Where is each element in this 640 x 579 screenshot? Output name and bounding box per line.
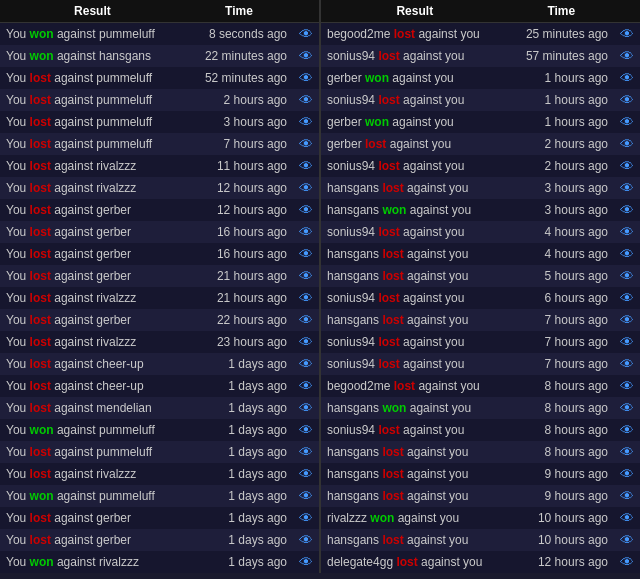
eye-icon[interactable]: 👁 [299, 268, 313, 284]
eye-cell[interactable]: 👁 [614, 265, 640, 287]
eye-icon[interactable]: 👁 [620, 488, 634, 504]
eye-icon[interactable]: 👁 [299, 532, 313, 548]
eye-cell[interactable]: 👁 [614, 551, 640, 573]
eye-icon[interactable]: 👁 [620, 444, 634, 460]
eye-cell[interactable]: 👁 [293, 67, 319, 89]
eye-cell[interactable]: 👁 [293, 375, 319, 397]
eye-icon[interactable]: 👁 [620, 422, 634, 438]
eye-cell[interactable]: 👁 [614, 111, 640, 133]
eye-cell[interactable]: 👁 [293, 199, 319, 221]
eye-cell[interactable]: 👁 [614, 529, 640, 551]
eye-cell[interactable]: 👁 [293, 221, 319, 243]
eye-cell[interactable]: 👁 [614, 375, 640, 397]
eye-icon[interactable]: 👁 [620, 334, 634, 350]
eye-cell[interactable]: 👁 [614, 287, 640, 309]
eye-cell[interactable]: 👁 [614, 331, 640, 353]
eye-icon[interactable]: 👁 [299, 48, 313, 64]
eye-icon[interactable]: 👁 [299, 356, 313, 372]
eye-icon[interactable]: 👁 [620, 532, 634, 548]
eye-cell[interactable]: 👁 [614, 463, 640, 485]
eye-icon[interactable]: 👁 [620, 92, 634, 108]
eye-cell[interactable]: 👁 [614, 89, 640, 111]
eye-cell[interactable]: 👁 [614, 155, 640, 177]
eye-cell[interactable]: 👁 [614, 243, 640, 265]
eye-icon[interactable]: 👁 [299, 290, 313, 306]
eye-icon[interactable]: 👁 [620, 48, 634, 64]
eye-icon[interactable]: 👁 [620, 356, 634, 372]
eye-icon[interactable]: 👁 [299, 202, 313, 218]
eye-icon[interactable]: 👁 [299, 26, 313, 42]
eye-icon[interactable]: 👁 [299, 554, 313, 570]
eye-icon[interactable]: 👁 [620, 70, 634, 86]
eye-icon[interactable]: 👁 [620, 224, 634, 240]
eye-icon[interactable]: 👁 [620, 268, 634, 284]
eye-icon[interactable]: 👁 [299, 488, 313, 504]
eye-cell[interactable]: 👁 [614, 485, 640, 507]
eye-icon[interactable]: 👁 [299, 400, 313, 416]
eye-icon[interactable]: 👁 [620, 290, 634, 306]
eye-icon[interactable]: 👁 [620, 554, 634, 570]
eye-cell[interactable]: 👁 [293, 309, 319, 331]
eye-cell[interactable]: 👁 [614, 23, 640, 46]
eye-icon[interactable]: 👁 [620, 400, 634, 416]
eye-cell[interactable]: 👁 [614, 397, 640, 419]
eye-icon[interactable]: 👁 [299, 510, 313, 526]
eye-cell[interactable]: 👁 [293, 507, 319, 529]
eye-icon[interactable]: 👁 [620, 510, 634, 526]
eye-cell[interactable]: 👁 [293, 23, 319, 46]
eye-cell[interactable]: 👁 [293, 111, 319, 133]
eye-cell[interactable]: 👁 [293, 529, 319, 551]
eye-cell[interactable]: 👁 [614, 177, 640, 199]
eye-icon[interactable]: 👁 [299, 70, 313, 86]
eye-cell[interactable]: 👁 [293, 419, 319, 441]
eye-icon[interactable]: 👁 [620, 114, 634, 130]
eye-cell[interactable]: 👁 [614, 353, 640, 375]
eye-icon[interactable]: 👁 [620, 202, 634, 218]
eye-icon[interactable]: 👁 [620, 136, 634, 152]
eye-cell[interactable]: 👁 [293, 485, 319, 507]
eye-cell[interactable]: 👁 [293, 353, 319, 375]
eye-icon[interactable]: 👁 [299, 444, 313, 460]
eye-cell[interactable]: 👁 [293, 133, 319, 155]
eye-icon[interactable]: 👁 [620, 312, 634, 328]
eye-cell[interactable]: 👁 [293, 155, 319, 177]
eye-cell[interactable]: 👁 [614, 221, 640, 243]
eye-icon[interactable]: 👁 [299, 158, 313, 174]
eye-icon[interactable]: 👁 [620, 26, 634, 42]
eye-cell[interactable]: 👁 [293, 441, 319, 463]
eye-cell[interactable]: 👁 [614, 309, 640, 331]
eye-cell[interactable]: 👁 [614, 441, 640, 463]
eye-cell[interactable]: 👁 [293, 397, 319, 419]
eye-icon[interactable]: 👁 [620, 180, 634, 196]
eye-icon[interactable]: 👁 [620, 246, 634, 262]
eye-cell[interactable]: 👁 [293, 89, 319, 111]
eye-cell[interactable]: 👁 [293, 287, 319, 309]
eye-icon[interactable]: 👁 [299, 378, 313, 394]
eye-cell[interactable]: 👁 [293, 551, 319, 573]
eye-icon[interactable]: 👁 [299, 180, 313, 196]
eye-cell[interactable]: 👁 [293, 265, 319, 287]
eye-icon[interactable]: 👁 [299, 466, 313, 482]
eye-cell[interactable]: 👁 [293, 331, 319, 353]
eye-cell[interactable]: 👁 [293, 177, 319, 199]
eye-icon[interactable]: 👁 [299, 136, 313, 152]
eye-cell[interactable]: 👁 [614, 67, 640, 89]
eye-cell[interactable]: 👁 [293, 45, 319, 67]
eye-icon[interactable]: 👁 [299, 334, 313, 350]
eye-icon[interactable]: 👁 [299, 422, 313, 438]
eye-icon[interactable]: 👁 [620, 158, 634, 174]
eye-cell[interactable]: 👁 [614, 199, 640, 221]
eye-icon[interactable]: 👁 [299, 92, 313, 108]
eye-cell[interactable]: 👁 [293, 463, 319, 485]
eye-cell[interactable]: 👁 [614, 507, 640, 529]
eye-icon[interactable]: 👁 [299, 312, 313, 328]
eye-cell[interactable]: 👁 [293, 243, 319, 265]
eye-cell[interactable]: 👁 [614, 419, 640, 441]
eye-icon[interactable]: 👁 [620, 378, 634, 394]
eye-cell[interactable]: 👁 [614, 45, 640, 67]
eye-icon[interactable]: 👁 [299, 246, 313, 262]
eye-icon[interactable]: 👁 [299, 224, 313, 240]
eye-cell[interactable]: 👁 [614, 133, 640, 155]
eye-icon[interactable]: 👁 [620, 466, 634, 482]
eye-icon[interactable]: 👁 [299, 114, 313, 130]
